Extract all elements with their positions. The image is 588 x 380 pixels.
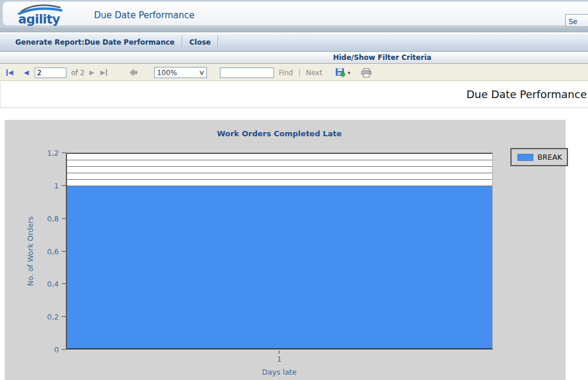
agility-logo: agility — [16, 4, 75, 28]
first-page-icon — [6, 69, 8, 76]
gridline — [67, 179, 492, 180]
zoom-value: 100% — [157, 69, 177, 77]
y-tick-mark — [62, 218, 66, 218]
zoom-select[interactable]: 100% ∨ — [154, 67, 207, 78]
y-tick: 1,2 — [47, 149, 66, 157]
menu-item-close[interactable]: Close — [182, 33, 218, 51]
app-header: agility Due Date Performance Se — [0, 0, 588, 28]
y-tick: 0,6 — [47, 247, 66, 255]
y-tick-label: 0,2 — [47, 312, 59, 321]
y-tick-mark — [62, 251, 66, 251]
hide-show-filter-toggle[interactable]: Hide/Show Filter Criteria — [176, 52, 588, 64]
y-tick-label: 0,8 — [47, 214, 59, 223]
y-tick: 0,8 — [47, 214, 66, 223]
first-page-icon: ◀ — [8, 69, 13, 76]
bar — [67, 186, 492, 348]
x-axis: 1 — [66, 351, 493, 369]
page-total-label: of 2 — [71, 69, 85, 77]
y-tick: 0 — [54, 345, 66, 354]
y-tick-label: 0,4 — [47, 280, 59, 288]
gridline — [67, 166, 492, 167]
header-divider-strip — [0, 28, 588, 32]
y-tick-label: 0 — [54, 345, 59, 354]
y-tick-mark — [62, 284, 66, 284]
page-number-input[interactable] — [35, 68, 66, 78]
y-tick-label: 0,6 — [47, 247, 59, 255]
legend-swatch — [517, 154, 533, 161]
plot-area — [66, 153, 493, 349]
find-next-separator: | — [298, 69, 300, 77]
last-page-icon: ▶ — [100, 69, 105, 76]
back-arrow-icon — [130, 69, 138, 76]
report-title-row: Due Date Performance — [0, 82, 588, 108]
chart-title: Work Orders Completed Late — [66, 129, 493, 138]
previous-page-icon: ◀ — [24, 69, 28, 76]
report-toolbar: ◀ ◀ of 2 ▶ ▶ 100% ∨ Find | Next — [0, 65, 588, 81]
x-tick-mark — [279, 351, 279, 354]
previous-page-button[interactable]: ◀ — [24, 69, 28, 76]
x-tick: 1 — [277, 351, 282, 364]
y-tick-mark — [62, 317, 66, 317]
gridline — [67, 160, 492, 160]
search-button[interactable]: Se — [565, 14, 588, 27]
y-tick-label: 1,2 — [47, 149, 59, 157]
app-title: Due Date Performance — [94, 2, 195, 30]
legend-label: BREAK — [537, 153, 562, 162]
header-panel: agility Due Date Performance Se — [2, 1, 588, 26]
gridline — [67, 186, 492, 186]
find-text-input[interactable] — [220, 68, 274, 78]
next-page-button[interactable]: ▶ — [89, 69, 94, 76]
printer-icon — [361, 68, 372, 78]
chart-legend: BREAK — [510, 148, 568, 166]
next-link[interactable]: Next — [306, 69, 322, 77]
first-page-button[interactable]: ◀ — [6, 69, 13, 76]
chevron-down-icon: ∨ — [198, 69, 205, 76]
back-to-parent-report-button[interactable] — [130, 67, 138, 78]
y-tick: 0,2 — [47, 312, 66, 321]
y-tick-mark — [62, 349, 66, 350]
menubar: Generate Report:Due Date Performance Clo… — [0, 33, 588, 52]
chart-panel: Work Orders Completed Late No. of Work O… — [5, 120, 566, 380]
last-page-icon — [106, 69, 107, 76]
logo-text: agility — [18, 12, 60, 26]
find-next-links: Find | Next — [279, 69, 322, 77]
export-button[interactable]: ▾ — [335, 68, 350, 78]
export-save-icon — [335, 68, 346, 78]
y-tick-mark — [62, 153, 66, 153]
y-axis: 00,20,40,60,811,2 — [27, 153, 66, 349]
print-button[interactable] — [361, 68, 372, 78]
next-page-icon: ▶ — [89, 69, 94, 76]
y-tick: 1 — [54, 181, 66, 190]
find-link[interactable]: Find — [279, 69, 293, 77]
x-tick-label: 1 — [277, 355, 282, 364]
chevron-down-icon: ▾ — [348, 70, 350, 76]
gridline — [67, 173, 492, 173]
y-tick: 0,4 — [47, 280, 66, 288]
last-page-button[interactable]: ▶ — [100, 69, 107, 76]
filter-bar: Hide/Show Filter Criteria — [0, 52, 588, 64]
menu-divider — [218, 36, 218, 49]
menu-item-generate-report[interactable]: Generate Report:Due Date Performance — [8, 33, 182, 51]
y-tick-label: 1 — [54, 181, 59, 190]
page: agility Due Date Performance Se Generate… — [0, 0, 588, 380]
x-axis-title: Days late — [66, 368, 493, 376]
y-tick-mark — [62, 185, 66, 186]
report-title: Due Date Performance — [466, 82, 587, 108]
